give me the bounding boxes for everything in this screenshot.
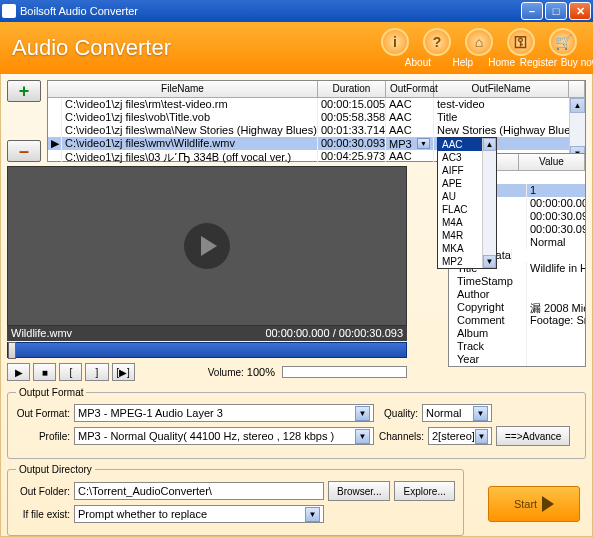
browse-button[interactable]: Browser... [328, 481, 390, 501]
window-title: Boilsoft Audio Converter [20, 5, 521, 17]
mark-in-button[interactable]: [ [59, 363, 82, 381]
outfolder-label: Out Folder: [16, 486, 70, 497]
ifexist-label: If file exist: [16, 509, 70, 520]
app-title: Audio Converter [12, 35, 377, 61]
col-outformat[interactable]: OutFormat [386, 81, 434, 97]
video-filename: Wildlife.wmv [11, 327, 72, 340]
play-icon [201, 236, 217, 256]
play-overlay-button[interactable] [184, 223, 230, 269]
seek-bar[interactable] [7, 342, 407, 358]
format-dropdown[interactable]: AACAC3AIFFAPEAUFLACM4AM4RMKAMP2 ▲ ▼ [437, 137, 497, 269]
cell-outfilename: test-video [434, 98, 585, 111]
cell-outformat: AAC [386, 98, 434, 111]
profile-label: Profile: [16, 431, 70, 442]
table-row[interactable]: C:\video1\zj files\vob\Title.vob 00:05:5… [48, 111, 585, 124]
profile-select[interactable]: MP3 - Normal Quality( 44100 Hz, stereo ,… [74, 427, 374, 445]
info-row[interactable]: Track [449, 340, 585, 353]
maximize-button[interactable]: □ [545, 2, 567, 20]
cell-filename: C:\video1\zj files\rm\test-video.rm [62, 98, 318, 111]
chevron-down-icon: ▼ [355, 406, 370, 421]
chevron-down-icon: ▼ [305, 507, 320, 522]
volume-value: 100% [247, 366, 275, 378]
cell-outformat[interactable]: MP3▼ [386, 137, 434, 150]
minimize-button[interactable]: – [521, 2, 543, 20]
play-range-button[interactable]: [▶] [112, 363, 135, 381]
cell-duration: 00:00:30.093 [318, 137, 386, 150]
info-row[interactable]: Album [449, 327, 585, 340]
col-outfilename[interactable]: OutFileName [434, 81, 569, 97]
grid-scrollbar[interactable]: ▲ ▼ [569, 98, 585, 161]
register-button[interactable]: ⚿Register [503, 28, 539, 68]
ifexist-select[interactable]: Prompt whether to replace▼ [74, 505, 324, 523]
outformat-label: Out Format: [16, 408, 70, 419]
file-grid[interactable]: FileName Duration OutFormat OutFileName … [47, 80, 586, 162]
cell-outformat: AAC [386, 111, 434, 124]
remove-file-button[interactable]: – [7, 140, 41, 162]
info-row[interactable]: Year [449, 353, 585, 366]
cell-duration: 00:00:15.005 [318, 98, 386, 111]
cell-outformat: AAC [386, 124, 434, 137]
info-row[interactable]: TimeStamp [449, 275, 585, 288]
cell-outfilename: Title [434, 111, 585, 124]
channels-label: Channels: [378, 431, 424, 442]
volume-slider[interactable] [282, 366, 407, 378]
chevron-down-icon: ▼ [355, 429, 370, 444]
cell-duration: 00:01:33.714 [318, 124, 386, 137]
explore-button[interactable]: Explore... [394, 481, 454, 501]
col-duration[interactable]: Duration [318, 81, 386, 97]
cell-filename: C:\video1\zj files\03 ルʼҦ 334B (off voca… [62, 150, 318, 163]
quality-label: Quality: [378, 408, 418, 419]
scroll-up-icon[interactable]: ▲ [483, 138, 496, 151]
info-row[interactable]: CommentFootage: Sma [449, 314, 585, 327]
cell-outfilename: New Stories (Highway Blues) [434, 124, 585, 137]
cell-filename: C:\video1\zj files\wma\New Stories (High… [62, 124, 318, 137]
table-row[interactable]: C:\video1\zj files\rm\test-video.rm 00:0… [48, 98, 585, 111]
play-icon [542, 496, 554, 512]
chevron-down-icon: ▼ [417, 138, 430, 149]
outformat-select[interactable]: MP3 - MPEG-1 Audio Layer 3▼ [74, 404, 374, 422]
cell-duration: 00:05:58.358 [318, 111, 386, 124]
scroll-up-icon[interactable]: ▲ [570, 98, 585, 113]
advance-button[interactable]: ==>Advance [496, 426, 570, 446]
mark-out-button[interactable]: ] [85, 363, 108, 381]
help-icon: ? [423, 28, 451, 56]
output-format-group: Output Format Out Format: MP3 - MPEG-1 A… [7, 387, 586, 459]
info-row[interactable]: Copyright漏 2008 Micr [449, 301, 585, 314]
help-button[interactable]: ?Help [419, 28, 455, 68]
close-button[interactable]: ✕ [569, 2, 591, 20]
table-row[interactable]: ▶ C:\video1\zj files\wmv\Wildlife.wmv 00… [48, 137, 585, 150]
add-file-button[interactable]: + [7, 80, 41, 102]
cell-filename: C:\video1\zj files\vob\Title.vob [62, 111, 318, 124]
table-row[interactable]: C:\video1\zj files\wma\New Stories (High… [48, 124, 585, 137]
stop-button[interactable]: ■ [33, 363, 56, 381]
video-time: 00:00:00.000 / 00:00:30.093 [265, 327, 403, 340]
about-button[interactable]: iAbout [377, 28, 413, 68]
info-row[interactable]: Author [449, 288, 585, 301]
outfolder-input[interactable] [74, 482, 324, 500]
key-icon: ⚿ [507, 28, 535, 56]
app-icon [2, 4, 16, 18]
scroll-down-icon[interactable]: ▼ [483, 255, 496, 268]
chevron-down-icon: ▼ [475, 429, 488, 444]
quality-select[interactable]: Normal▼ [422, 404, 492, 422]
video-preview[interactable] [7, 166, 407, 326]
dropdown-scrollbar[interactable]: ▲ ▼ [482, 138, 496, 268]
cell-filename: C:\video1\zj files\wmv\Wildlife.wmv [62, 137, 318, 150]
home-icon: ⌂ [465, 28, 493, 56]
home-button[interactable]: ⌂Home [461, 28, 497, 68]
start-button[interactable]: Start [488, 486, 580, 522]
buy-button[interactable]: 🛒Buy now [545, 28, 581, 68]
cell-duration: 00:04:25.973 [318, 150, 386, 163]
channels-select[interactable]: 2[stereo]▼ [428, 427, 492, 445]
play-button[interactable]: ▶ [7, 363, 30, 381]
seek-thumb[interactable] [8, 342, 16, 359]
cart-icon: 🛒 [549, 28, 577, 56]
cell-outformat: AAC [386, 150, 434, 163]
info-col-value[interactable]: Value [519, 154, 585, 170]
info-icon: i [381, 28, 409, 56]
chevron-down-icon: ▼ [473, 406, 488, 421]
output-directory-group: Output Directory Out Folder: Browser... … [7, 464, 464, 536]
col-filename[interactable]: FileName [48, 81, 318, 97]
volume-label: Volume: [208, 367, 244, 378]
